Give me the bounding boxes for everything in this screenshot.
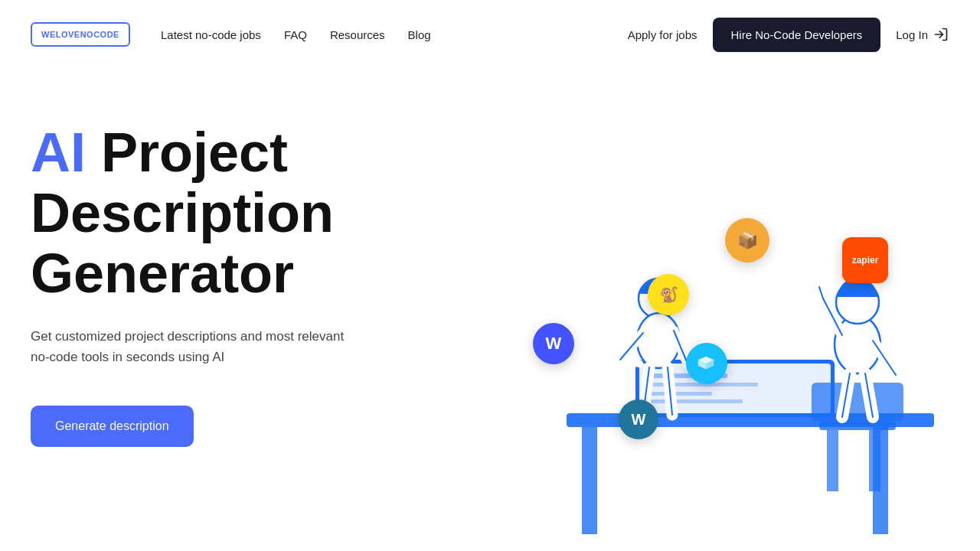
- login-link[interactable]: Log In: [896, 26, 949, 43]
- hero-content: AI Project Description Generator Get cus…: [31, 99, 429, 447]
- svg-rect-8: [651, 392, 712, 396]
- hero-title-ai: AI: [31, 122, 86, 183]
- nav-link-latest-jobs[interactable]: Latest no-code jobs: [153, 24, 269, 46]
- svg-rect-13: [869, 430, 880, 491]
- nav-link-faq[interactable]: FAQ: [276, 24, 315, 46]
- hero-illustration: zapier 📦 🐒 W W: [429, 99, 949, 551]
- hero-title: AI Project Description Generator: [31, 122, 429, 305]
- box-badge: 📦: [725, 218, 769, 262]
- svg-rect-12: [827, 430, 838, 491]
- svg-rect-10: [812, 383, 903, 421]
- navbar: WELOVENOCODE Latest no-code jobs FAQ Res…: [0, 0, 980, 69]
- svg-rect-9: [651, 399, 743, 403]
- hero-subtitle: Get customized project descriptions and …: [31, 326, 352, 367]
- login-label: Log In: [896, 28, 928, 41]
- webflow-badge: W: [533, 323, 574, 364]
- nav-link-resources[interactable]: Resources: [322, 24, 393, 46]
- hire-developers-button[interactable]: Hire No-Code Developers: [713, 18, 881, 52]
- nav-link-blog[interactable]: Blog: [400, 24, 439, 46]
- hero-section: AI Project Description Generator Get cus…: [0, 69, 980, 551]
- nav-right: Apply for jobs Hire No-Code Developers L…: [628, 18, 949, 52]
- svg-rect-11: [819, 421, 896, 430]
- zapier-badge: zapier: [842, 237, 888, 283]
- apply-for-jobs-link[interactable]: Apply for jobs: [628, 28, 697, 41]
- login-icon: [933, 26, 949, 43]
- nav-links: Latest no-code jobs FAQ Resources Blog: [153, 24, 628, 46]
- svg-rect-2: [582, 427, 597, 534]
- wordpress-badge: W: [619, 399, 658, 439]
- generate-description-button[interactable]: Generate description: [31, 406, 194, 447]
- mailchimp-badge: 🐒: [648, 274, 689, 315]
- svg-line-29: [620, 360, 639, 364]
- airtable-badge: [686, 343, 727, 384]
- logo[interactable]: WELOVENOCODE: [31, 22, 130, 47]
- hero-svg: [521, 122, 965, 551]
